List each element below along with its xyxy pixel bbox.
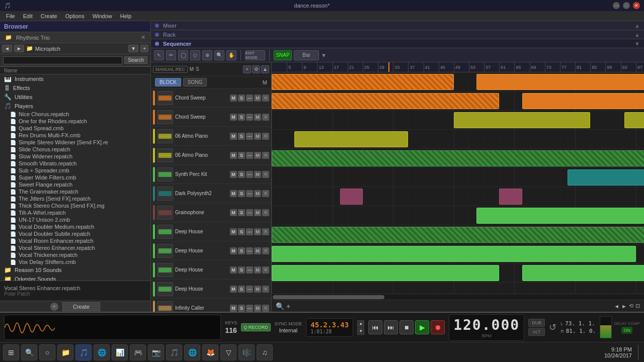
browser-new-button[interactable]: + [140, 45, 148, 52]
taskbar-app4[interactable]: 🎵 [166, 344, 182, 360]
select-tool-button[interactable]: ↖ [154, 50, 164, 60]
track-close-button[interactable]: ✕ [262, 171, 269, 178]
track-volume-btn[interactable]: — [246, 286, 253, 293]
track-m-btn[interactable]: M [254, 133, 261, 140]
clip-block[interactable] [499, 189, 522, 205]
create-button[interactable]: Create [62, 302, 100, 311]
rack-expand-icon[interactable]: ▲ [634, 32, 640, 38]
clip-block[interactable] [522, 93, 644, 109]
start-button[interactable]: ⊞ [3, 344, 19, 360]
taskbar-reason[interactable]: 🎵 [75, 344, 92, 360]
patch-file-item[interactable]: 📄Vocal Doubler Medium.repatch [0, 223, 150, 230]
s-btn[interactable]: S [196, 66, 199, 72]
track-lane[interactable] [272, 187, 644, 206]
clip-block[interactable] [272, 150, 644, 166]
clip-block[interactable] [624, 112, 644, 128]
solo-button[interactable]: S [238, 209, 245, 216]
track-lane[interactable] [272, 244, 644, 263]
track-lane[interactable] [272, 263, 644, 283]
track-header[interactable]: Deep HouseMS—M✕ [151, 280, 271, 299]
taskbar-chrome[interactable]: 🌐 [94, 344, 110, 360]
clip-block[interactable] [272, 246, 636, 262]
taskbar-app7[interactable]: ▽ [220, 344, 236, 360]
menu-window[interactable]: Window [89, 12, 116, 20]
track-lane[interactable] [272, 72, 644, 92]
search-button[interactable]: Search [124, 56, 147, 64]
track-volume-btn[interactable]: — [246, 133, 253, 140]
track-header[interactable]: Synth Perc KitMS—M✕ [151, 165, 271, 184]
track-lane[interactable] [272, 206, 644, 225]
patch-file-item[interactable]: 📄Slow Widener.repatch [0, 153, 150, 160]
track-lane[interactable] [272, 130, 644, 149]
track-volume-btn[interactable]: — [246, 305, 253, 312]
solo-button[interactable]: S [238, 190, 245, 197]
mute-button[interactable]: M [230, 95, 237, 102]
block-button[interactable]: BLOCK [155, 78, 181, 86]
taskbar-app1[interactable]: 📊 [112, 344, 128, 360]
bar-dropdown-icon[interactable]: ▼ [321, 52, 327, 58]
sidebar-item-orkester[interactable]: 📁 Orkester Sounds [0, 275, 150, 281]
track-volume-btn[interactable]: — [246, 266, 253, 274]
taskbar-cortana[interactable]: ○ [39, 344, 55, 360]
track-m-btn[interactable]: M [254, 171, 261, 178]
track-m-btn[interactable]: M [254, 228, 261, 235]
mute-button[interactable]: M [230, 133, 237, 140]
track-close-button[interactable]: ✕ [262, 95, 269, 102]
mute-button[interactable]: M [230, 266, 237, 274]
solo-button[interactable]: S [238, 305, 245, 312]
patch-file-item[interactable]: 📄Sub + Spreader.cmb [0, 167, 150, 174]
patch-file-item[interactable]: 📄Super Wide Filters.cmb [0, 174, 150, 181]
clip-block[interactable] [340, 189, 363, 205]
browser-forward-button[interactable]: ► [14, 45, 24, 52]
track-close-button[interactable]: ✕ [262, 190, 269, 197]
m-global[interactable]: M [263, 79, 267, 85]
patch-file-item[interactable]: 📄Simple Stereo Widener [Send FX].re [0, 139, 150, 146]
patch-file-item[interactable]: 📄Slide Chorus.repatch [0, 146, 150, 153]
track-volume-btn[interactable]: — [246, 152, 253, 159]
track-m-btn[interactable]: M [254, 305, 261, 312]
mute-button[interactable]: M [230, 114, 237, 121]
track-settings-icon[interactable]: ⚙ [252, 65, 260, 73]
clip-block[interactable] [272, 74, 454, 90]
q-record-badge[interactable]: Q RECORD [241, 323, 271, 331]
patch-file-item[interactable]: 📄One for the Rhodes.repatch [0, 118, 150, 125]
bar-select[interactable]: Bar [294, 50, 319, 60]
sidebar-item-players[interactable]: 🎵 Players [0, 102, 150, 111]
track-m-btn[interactable]: M [254, 247, 261, 254]
nav-left[interactable]: ◄ [614, 303, 619, 309]
track-close-button[interactable]: ✕ [262, 152, 269, 159]
track-header[interactable]: 06 Atmo PianoMS—M✕ [151, 127, 271, 146]
browser-options-button[interactable]: ▼ [128, 45, 138, 52]
clip-block[interactable] [568, 169, 644, 186]
patch-file-item[interactable]: 📄The Jitters [Send FX].repatch [0, 195, 150, 202]
solo-button[interactable]: S [238, 171, 245, 178]
track-lane[interactable] [272, 225, 644, 244]
menu-edit[interactable]: Edit [19, 12, 37, 20]
track-m-btn[interactable]: M [254, 114, 261, 121]
track-volume-btn[interactable]: — [246, 247, 253, 254]
fast-forward-button[interactable]: ⏭ [384, 320, 398, 334]
clip-block[interactable] [294, 131, 408, 147]
snap-button[interactable]: SNAP [274, 50, 292, 60]
patch-file-item[interactable]: 📄Vocal Thickener.repatch [0, 251, 150, 258]
track-header[interactable]: Chord SweepMS—M✕ [151, 88, 271, 108]
solo-button[interactable]: S [238, 247, 245, 254]
track-lanes[interactable] [272, 72, 644, 294]
track-header[interactable]: Chord SweepMS—M✕ [151, 108, 271, 127]
solo-button[interactable]: S [238, 152, 245, 159]
mute-button[interactable]: M [230, 247, 237, 254]
song-button[interactable]: SONG [183, 78, 207, 86]
track-close-button[interactable]: ✕ [262, 114, 269, 121]
mixer-section-header[interactable]: Mixer ▲ [151, 21, 644, 30]
track-close-button[interactable]: ✕ [262, 228, 269, 235]
mute-button[interactable]: M [230, 209, 237, 216]
solo-button[interactable]: S [238, 286, 245, 293]
rewind-button[interactable]: ⏮ [368, 320, 382, 334]
mute-button[interactable]: M [230, 286, 237, 293]
pencil-tool-button[interactable]: ✏ [166, 50, 176, 60]
track-volume-btn[interactable]: — [246, 171, 253, 178]
track-lane[interactable] [272, 111, 644, 130]
mute-button[interactable]: M [230, 305, 237, 312]
track-lane[interactable] [272, 283, 644, 294]
track-close-button[interactable]: ✕ [262, 247, 269, 254]
